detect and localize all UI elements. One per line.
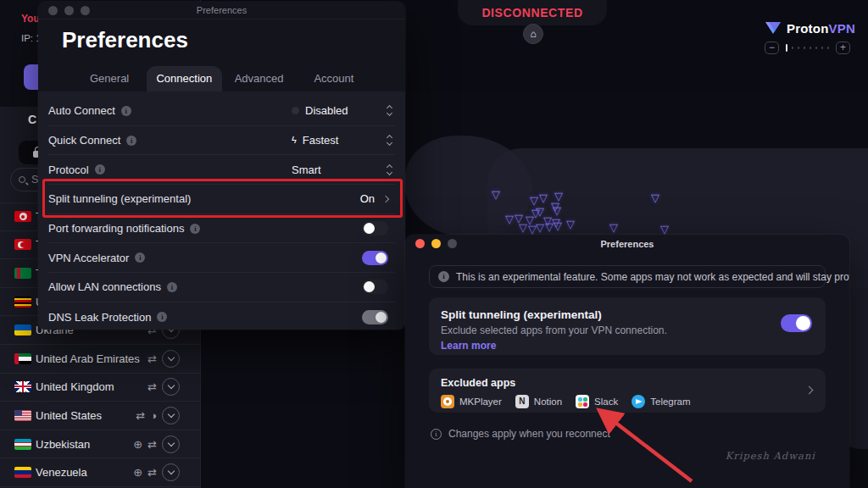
setting-label: Auto Connect [48,104,115,117]
chevron-right-icon[interactable] [382,196,389,202]
vpn-accelerator-toggle[interactable] [362,251,388,265]
window-title: Preferences [405,239,849,249]
country-row-uk[interactable]: United Kingdom ⇄ [0,374,201,402]
card-description: Exclude selected apps from your VPN conn… [441,324,814,336]
slack-icon [576,395,589,408]
maximize-button[interactable] [448,239,457,248]
server-marker-icon[interactable]: ▽ [536,222,544,233]
server-marker-icon[interactable]: ▽ [660,224,669,235]
window-titlebar[interactable]: Preferences [38,2,405,19]
setting-row-split-tunneling[interactable]: Split tunneling (experimental) On [48,185,395,214]
swap-server-icon[interactable]: ⇄ [147,353,157,364]
protonvpn-logo-icon [765,20,782,36]
tab-general[interactable]: General [72,66,147,92]
select-stepper-icon[interactable] [387,165,392,175]
split-tunneling-card: Split tunneling (experimental) Exclude s… [429,297,826,355]
swap-server-icon[interactable]: ⇄ [147,439,157,450]
swap-server-icon[interactable]: ⇄ [136,410,145,421]
excluded-app-slack[interactable]: Slack [576,395,618,408]
info-icon: i [438,271,449,282]
info-icon[interactable]: i [157,312,167,322]
expand-country-button[interactable] [162,463,180,481]
zoom-slider[interactable] [786,44,829,52]
select-stepper-icon[interactable] [387,106,392,115]
setting-label: Split tunneling (experimental) [48,192,191,205]
server-marker-icon[interactable]: ▽ [505,214,514,225]
select-value: Smart [292,164,321,176]
maximize-button[interactable] [81,6,90,15]
split-tunneling-window: Preferences i This is an experimental fe… [405,235,849,488]
info-icon[interactable]: i [167,282,177,292]
server-marker-icon[interactable]: ▽ [566,219,575,230]
country-row-uae[interactable]: United Arab Emirates ⇄ [0,345,201,374]
tab-connection[interactable]: Connection [147,66,221,92]
setting-row-quick-connect: Quick Connect i ϟ Fastest [48,126,395,156]
minimize-button[interactable] [431,239,441,248]
allow-lan-toggle[interactable] [362,280,388,294]
zoom-in-button[interactable]: + [836,42,850,54]
expand-country-button[interactable] [162,407,180,424]
port-forwarding-toggle[interactable] [362,221,388,236]
expand-country-button[interactable] [162,378,180,396]
tab-account[interactable]: Account [297,66,371,92]
footnote-text: Changes apply when you reconnect [448,428,610,440]
info-icon[interactable]: i [126,136,136,146]
info-icon[interactable]: i [95,164,105,175]
info-icon[interactable]: i [190,224,200,234]
country-row-uzbekistan[interactable]: Uzbekistan ⊕ ⇄ [0,430,201,459]
server-marker-icon[interactable]: ▽ [554,220,562,231]
zoom-out-button[interactable]: − [765,42,779,54]
learn-more-link[interactable]: Learn more [441,340,496,352]
info-icon[interactable]: i [135,252,145,263]
mkplayer-icon [441,395,454,408]
map-zoom-control: − + [765,42,850,54]
select-stepper-icon[interactable] [387,136,392,145]
globe-icon: ⊕ [133,467,142,478]
close-button[interactable] [48,6,58,15]
auto-connect-select[interactable]: Disabled [292,104,348,117]
split-tunneling-toggle[interactable] [781,314,812,332]
expand-country-button[interactable] [162,350,180,368]
swap-server-icon[interactable]: ⇄ [147,467,157,478]
excluded-apps-card[interactable]: Excluded apps MKPlayer N Notion Slack Te… [429,369,826,413]
setting-label: Allow LAN connections [48,280,161,293]
swap-server-icon[interactable]: ⇄ [147,381,157,392]
country-row-venezuela[interactable]: Venezuela ⊕ ⇄ [0,458,201,487]
server-marker-icon[interactable]: ▽ [519,222,527,233]
flag-venezuela [14,467,31,478]
server-marker-icon[interactable]: ▽ [553,205,561,216]
protection-status-text: You [21,13,40,25]
split-tunneling-state: On [360,192,375,205]
select-value: Fastest [303,134,339,147]
quick-connect-select[interactable]: ϟ Fastest [292,134,338,147]
server-marker-icon[interactable]: ▽ [545,221,554,232]
server-marker-icon[interactable]: ▽ [492,189,500,200]
info-icon[interactable]: i [121,106,131,116]
tab-advanced[interactable]: Advanced [222,66,297,92]
card-title: Split tunneling (experimental) [441,308,814,321]
server-marker-icon[interactable]: ▽ [609,222,618,233]
server-marker-icon[interactable]: ▽ [651,192,659,203]
setting-label: VPN Accelerator [48,252,129,264]
connection-status-banner: DISCONNECTED [458,0,607,25]
protocol-select[interactable]: Smart [292,164,321,176]
window-titlebar[interactable]: Preferences [405,235,849,252]
bolt-icon: ϟ [292,136,297,145]
excluded-app-notion[interactable]: N Notion [515,395,562,408]
server-marker-icon[interactable]: ▽ [539,192,548,203]
expand-country-button[interactable] [162,435,180,453]
status-disconnected-label: DISCONNECTED [481,6,582,19]
country-name: Uzbekistan [36,438,90,451]
excluded-app-telegram[interactable]: Telegram [632,395,690,408]
flag-ukraine [14,324,31,336]
close-button[interactable] [415,239,425,248]
telegram-icon [632,395,645,408]
setting-row-protocol: Protocol i Smart [48,155,395,185]
disabled-dot-icon [292,107,299,114]
excluded-app-mkplayer[interactable]: MKPlayer [441,395,502,408]
minimize-button[interactable] [64,6,74,15]
country-row-us[interactable]: United States ⇄ ◑ [0,402,201,430]
countries-header: C [28,113,36,126]
home-button[interactable]: ⌂ [523,24,543,44]
flag-turkey [14,239,31,250]
